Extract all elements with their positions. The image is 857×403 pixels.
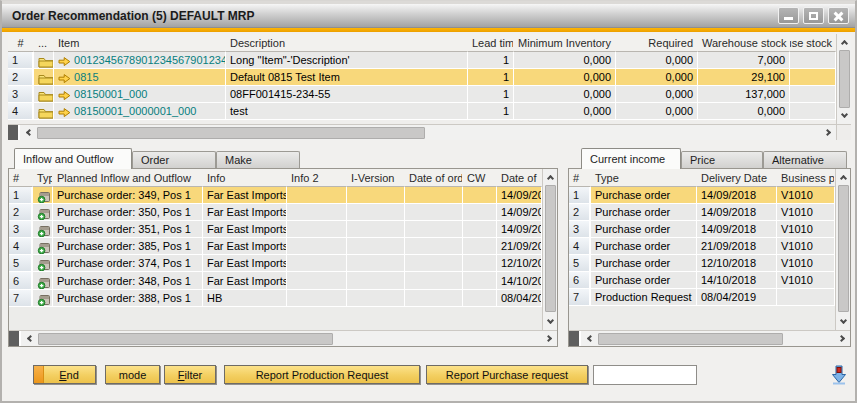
scroll-right-icon[interactable]	[541, 331, 557, 347]
scroll-down-icon[interactable]	[836, 108, 852, 124]
inflow-row[interactable]: 2 Purchase order: 350, Pos 1 Far East Im…	[9, 204, 542, 221]
planned-document[interactable]: Purchase order: 385, Pos 1	[53, 238, 203, 255]
purchase-order-icon[interactable]	[33, 221, 53, 238]
scroll-down-icon[interactable]	[542, 314, 558, 330]
link-arrow-icon[interactable]	[58, 56, 71, 67]
tab-price[interactable]: Price	[681, 151, 763, 169]
link-arrow-icon[interactable]	[58, 107, 71, 118]
income-row[interactable]: 6 Purchase order 14/10/2018 V1010	[569, 272, 835, 289]
purchase-order-icon[interactable]	[33, 255, 53, 272]
purchase-order-icon[interactable]	[33, 204, 53, 221]
planned-document[interactable]: Purchase order: 348, Pos 1	[53, 272, 203, 289]
scroll-thumb[interactable]	[38, 333, 333, 345]
tab-make[interactable]: Make	[216, 151, 300, 169]
item-link[interactable]: 08150001_0000001_000	[74, 105, 196, 117]
scroll-thumb[interactable]	[598, 333, 783, 345]
scroll-left-icon[interactable]	[21, 331, 37, 347]
report-production-request-button[interactable]: Report Production Request	[224, 365, 420, 384]
minimize-button[interactable]	[778, 7, 799, 24]
scroll-up-icon[interactable]	[542, 169, 558, 185]
inflow-header-row: # Type Planned Inflow and Outflow Info I…	[9, 169, 542, 187]
scroll-up-icon[interactable]	[835, 169, 851, 185]
item-link[interactable]: 0012345678901234567901234567901	[74, 54, 226, 66]
row-number: 3	[8, 86, 34, 103]
income-row-selected[interactable]: 1 Purchase order 14/09/2018 V1010	[569, 187, 835, 204]
item-row[interactable]: 1 0012345678901234567901234567901 Long "…	[8, 52, 836, 69]
tab-current-income[interactable]: Current income	[581, 148, 681, 169]
doc-type: Purchase order	[591, 187, 697, 204]
purchase-order-icon[interactable]	[33, 187, 53, 204]
scroll-left-icon[interactable]	[581, 331, 597, 347]
item-row[interactable]: 4 08150001_0000001_000 test 1 0,000 0,00…	[8, 103, 836, 120]
col-required: Required	[616, 34, 698, 52]
split-handle[interactable]	[8, 125, 20, 140]
purchase-order-icon[interactable]	[33, 290, 53, 307]
inflow-horizontal-scrollbar[interactable]	[9, 330, 557, 346]
income-vertical-scrollbar[interactable]	[835, 169, 850, 330]
maximize-button[interactable]	[803, 7, 824, 24]
folder-icon[interactable]	[34, 52, 54, 69]
delivery-date: 14/09/2018	[697, 221, 777, 238]
planned-document[interactable]: Purchase order: 374, Pos 1	[53, 255, 203, 272]
drilldown-arrow-icon[interactable]	[831, 365, 847, 385]
doc-type: Production Request	[591, 289, 697, 306]
title-bar[interactable]: Order Recommendation (5) DEFAULT MRP	[2, 4, 855, 28]
tab-order[interactable]: Order	[132, 151, 216, 169]
report-purchase-request-button[interactable]: Report Purchase request	[426, 365, 588, 384]
scroll-up-icon[interactable]	[836, 34, 852, 50]
link-arrow-icon[interactable]	[58, 90, 71, 101]
inflow-row[interactable]: 6 Purchase order: 348, Pos 1 Far East Im…	[9, 272, 542, 289]
inflow-vertical-scrollbar[interactable]	[542, 169, 557, 330]
info: Far East Imports	[203, 255, 287, 272]
items-vertical-scrollbar[interactable]	[836, 34, 851, 124]
income-horizontal-scrollbar[interactable]	[569, 330, 850, 346]
purchase-order-icon[interactable]	[33, 272, 53, 289]
scroll-left-icon[interactable]	[20, 125, 36, 141]
inflow-row[interactable]: 3 Purchase order: 351, Pos 1 Far East Im…	[9, 221, 542, 238]
planned-document[interactable]: Purchase order: 350, Pos 1	[53, 204, 203, 221]
inflow-row-selected[interactable]: 1 Purchase order: 349, Pos 1 Far East Im…	[9, 187, 542, 204]
close-button[interactable]	[828, 7, 849, 24]
income-row[interactable]: 4 Purchase order 21/09/2018 V1010	[569, 238, 835, 255]
left-panel-tabs: Inflow and Outflow Order Make	[14, 148, 300, 169]
folder-icon[interactable]	[34, 86, 54, 103]
min-inventory: 0,000	[514, 69, 616, 86]
scroll-thumb[interactable]	[838, 185, 849, 312]
mode-button[interactable]: mode	[105, 365, 160, 384]
income-row[interactable]: 7 Production Request 08/04/2019	[569, 289, 835, 306]
filter-button[interactable]: Filter	[164, 365, 216, 384]
inflow-row[interactable]: 5 Purchase order: 374, Pos 1 Far East Im…	[9, 255, 542, 272]
item-link[interactable]: 08150001_000	[74, 88, 147, 100]
item-link[interactable]: 0815	[74, 71, 98, 83]
planned-document[interactable]: Purchase order: 351, Pos 1	[53, 221, 203, 238]
scroll-right-icon[interactable]	[834, 331, 850, 347]
tab-alternative[interactable]: Alternative	[763, 151, 847, 169]
split-handle[interactable]	[9, 331, 21, 346]
scroll-right-icon[interactable]	[820, 125, 836, 141]
end-button[interactable]: End	[33, 365, 96, 384]
scroll-thumb[interactable]	[839, 50, 850, 108]
tab-inflow-and-outflow[interactable]: Inflow and Outflow	[14, 148, 132, 169]
scroll-down-icon[interactable]	[835, 314, 851, 330]
planned-document[interactable]: Purchase order: 388, Pos 1	[53, 290, 203, 307]
folder-icon[interactable]	[34, 103, 54, 120]
scroll-thumb[interactable]	[545, 185, 556, 312]
doc-type: Purchase order	[591, 221, 697, 238]
col-delivery-date: Delivery Date	[697, 169, 777, 187]
items-header-row: # ... Item Description Lead time Minimum…	[8, 34, 836, 52]
link-arrow-icon[interactable]	[58, 73, 71, 84]
scroll-thumb[interactable]	[37, 127, 425, 139]
income-row[interactable]: 2 Purchase order 14/09/2018 V1010	[569, 204, 835, 221]
inflow-row[interactable]: 4 Purchase order: 385, Pos 1 Far East Im…	[9, 238, 542, 255]
item-row-selected[interactable]: 2 0815 Default 0815 Test Item 1 0,000 0,…	[8, 69, 836, 86]
income-row[interactable]: 3 Purchase order 14/09/2018 V1010	[569, 221, 835, 238]
planned-document[interactable]: Purchase order: 349, Pos 1	[53, 187, 203, 204]
income-row[interactable]: 5 Purchase order 12/10/2018 V1010	[569, 255, 835, 272]
footer-input[interactable]	[593, 365, 697, 385]
folder-icon[interactable]	[34, 69, 54, 86]
items-horizontal-scrollbar[interactable]	[8, 124, 836, 140]
inflow-row[interactable]: 7 Purchase order: 388, Pos 1 HB 08/04/20…	[9, 290, 542, 307]
item-row[interactable]: 3 08150001_000 08FF001415-234-55 1 0,000…	[8, 86, 836, 103]
purchase-order-icon[interactable]	[33, 238, 53, 255]
split-handle[interactable]	[569, 331, 581, 346]
